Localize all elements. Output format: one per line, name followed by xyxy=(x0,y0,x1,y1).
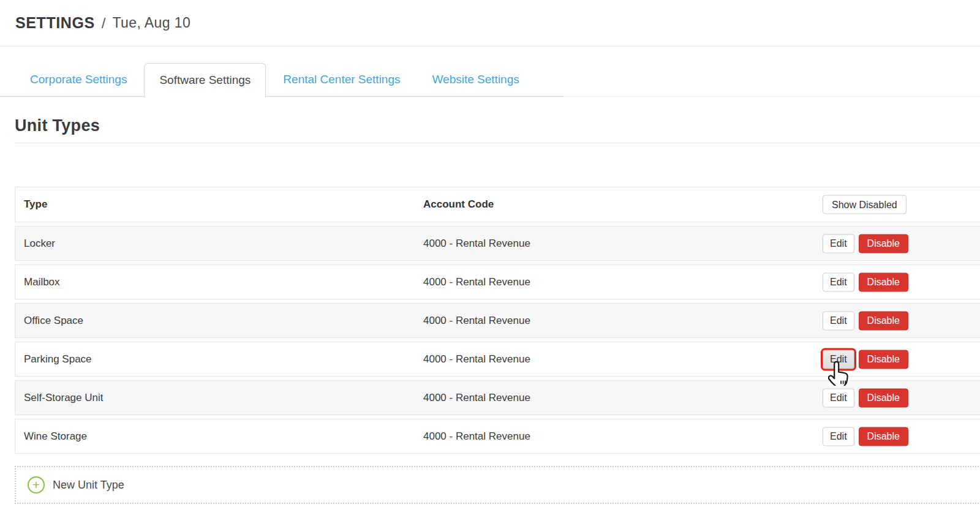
disable-button[interactable]: Disable xyxy=(859,272,908,291)
unit-type-name: Parking Space xyxy=(24,353,92,366)
plus-icon: + xyxy=(28,476,45,493)
edit-button[interactable]: Edit xyxy=(823,388,854,407)
header-date: Tue, Aug 10 xyxy=(112,15,190,31)
column-header-type: Type xyxy=(24,198,47,211)
table-row: Parking Space 4000 - Rental Revenue Edit… xyxy=(15,342,980,377)
table-row: Wine Storage 4000 - Rental Revenue Edit … xyxy=(15,419,980,454)
table-row: Mailbox 4000 - Rental Revenue Edit Disab… xyxy=(15,264,980,299)
table-row: Office Space 4000 - Rental Revenue Edit … xyxy=(15,303,980,338)
account-code: 4000 - Rental Revenue xyxy=(423,276,530,288)
disable-button[interactable]: Disable xyxy=(859,388,908,407)
account-code: 4000 - Rental Revenue xyxy=(423,238,530,250)
row-actions: Edit Disable xyxy=(823,311,908,330)
edit-button[interactable]: Edit xyxy=(823,350,854,369)
disable-button[interactable]: Disable xyxy=(859,311,908,330)
page-heading: Unit Types xyxy=(15,116,100,135)
tab-software-settings[interactable]: Software Settings xyxy=(144,63,266,97)
page-header: SETTINGS / Tue, Aug 10 xyxy=(0,0,980,47)
new-unit-type-label: New Unit Type xyxy=(53,479,124,492)
disable-button[interactable]: Disable xyxy=(859,427,908,446)
edit-button[interactable]: Edit xyxy=(823,272,854,291)
disable-button[interactable]: Disable xyxy=(859,234,908,253)
unit-type-name: Wine Storage xyxy=(24,430,87,443)
disable-button[interactable]: Disable xyxy=(859,350,908,369)
unit-type-name: Self-Storage Unit xyxy=(24,392,103,404)
edit-button[interactable]: Edit xyxy=(823,234,854,253)
unit-types-table: Type Account Code Show Disabled Locker 4… xyxy=(15,187,980,504)
table-row: Locker 4000 - Rental Revenue Edit Disabl… xyxy=(15,226,980,261)
tab-website-settings[interactable]: Website Settings xyxy=(418,63,534,96)
account-code: 4000 - Rental Revenue xyxy=(423,353,530,366)
tab-rental-center-settings[interactable]: Rental Center Settings xyxy=(268,63,415,96)
account-code: 4000 - Rental Revenue xyxy=(423,315,530,327)
settings-tabs: Corporate Settings Software Settings Ren… xyxy=(15,63,534,97)
table-header-row: Type Account Code Show Disabled xyxy=(15,187,980,222)
tab-corporate-settings[interactable]: Corporate Settings xyxy=(15,63,141,96)
new-unit-type-button[interactable]: + New Unit Type xyxy=(15,466,980,504)
unit-type-name: Mailbox xyxy=(24,276,60,288)
row-actions: Edit Disable xyxy=(823,272,908,291)
page-title: SETTINGS xyxy=(15,14,95,32)
row-actions: Edit Disable xyxy=(823,427,908,446)
breadcrumb-separator: / xyxy=(102,15,106,32)
row-actions: Edit Disable xyxy=(823,234,908,253)
table-row: Self-Storage Unit 4000 - Rental Revenue … xyxy=(15,380,980,415)
row-actions: Edit Disable xyxy=(823,388,908,407)
show-disabled-button[interactable]: Show Disabled xyxy=(823,195,907,214)
heading-divider xyxy=(15,143,980,143)
account-code: 4000 - Rental Revenue xyxy=(423,392,530,404)
settings-page: SETTINGS / Tue, Aug 10 Corporate Setting… xyxy=(0,0,980,529)
unit-type-name: Locker xyxy=(24,238,55,250)
edit-button[interactable]: Edit xyxy=(823,311,854,330)
unit-type-name: Office Space xyxy=(24,315,83,327)
row-actions: Edit Disable xyxy=(823,350,908,369)
account-code: 4000 - Rental Revenue xyxy=(423,430,530,443)
edit-button[interactable]: Edit xyxy=(823,427,854,446)
column-header-account-code: Account Code xyxy=(423,198,494,211)
